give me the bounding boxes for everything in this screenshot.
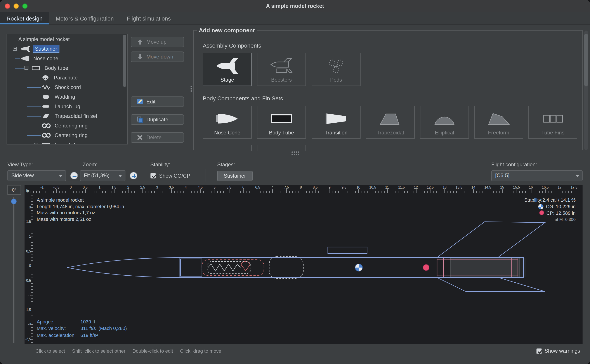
duplicate-button[interactable]: Duplicate [131, 114, 184, 125]
view-type-value: Side view [11, 172, 34, 178]
tree-item-parachute[interactable]: Parachute [7, 73, 121, 83]
move-up-button[interactable]: Move up [131, 37, 184, 47]
cg-icon [538, 204, 544, 209]
body-tube-tile-label: Body Tube [257, 130, 306, 136]
launch-lug-icon [41, 104, 50, 110]
zoom-out-button[interactable] [70, 172, 78, 179]
add-body-tube-tile[interactable]: Body Tube [257, 106, 306, 139]
parachute-symbol [241, 261, 250, 271]
transition-tile-label: Transition [312, 130, 360, 136]
tree-item-sustainer[interactable]: Sustainer [7, 44, 121, 54]
collapse-expander-icon[interactable] [13, 47, 17, 51]
tree-item-label: Centering ring [53, 122, 89, 129]
add-elliptical-fin-tile[interactable]: Elliptical [420, 106, 469, 139]
tree-item-rocket-root[interactable]: A simple model rocket [7, 34, 121, 44]
elliptical-tile-label: Elliptical [420, 130, 469, 136]
view-type-select[interactable]: Side view [7, 170, 66, 181]
chevron-down-icon [118, 175, 122, 177]
tab-rocket-design[interactable]: Rocket design [0, 12, 49, 25]
cp-icon [540, 210, 544, 215]
tab-flight-simulations[interactable]: Flight simulations [121, 12, 177, 25]
tab-motors-configuration[interactable]: Motors & Configuration [49, 12, 121, 25]
move-up-label: Move up [146, 39, 167, 45]
tube-fins-tile-label: Tube Fins [529, 130, 577, 136]
flight-configuration-value: [C6-5] [495, 172, 509, 178]
add-transition-tile[interactable]: Transition [312, 106, 361, 139]
chevron-down-icon [59, 175, 62, 177]
airframe-outline [67, 222, 545, 292]
stage-tile-label: Stage [203, 77, 251, 83]
tree-item-inner-tube[interactable]: Inner Tube [7, 140, 121, 144]
tree-item-shock-cord[interactable]: Shock cord [7, 83, 121, 92]
add-component-tile-partial[interactable] [257, 145, 306, 151]
trapezoidal-fin-icon [366, 109, 414, 128]
rotation-slider-thumb[interactable] [11, 199, 17, 204]
arrow-up-icon [137, 39, 143, 45]
zoom-in-button[interactable] [130, 172, 137, 179]
tree-item-centering-ring-1[interactable]: Centering ring [7, 121, 121, 130]
edit-label: Edit [146, 99, 155, 105]
tree-item-body-tube[interactable]: Body tube [7, 63, 121, 73]
tree-scrollbar[interactable] [123, 35, 126, 87]
add-component-tile-partial[interactable] [203, 145, 252, 151]
figure-rocket-name: A simple model rocket [37, 197, 124, 203]
shock-cord-icon [41, 84, 50, 90]
delete-button[interactable]: Delete [131, 132, 184, 143]
hint-click-drag: Click+drag to move [180, 348, 221, 353]
tree-item-centering-ring-2[interactable]: Centering ring [7, 130, 121, 140]
stage-rocket-icon [20, 46, 31, 52]
zoom-select[interactable]: Fit (51,3%) [80, 170, 125, 181]
flight-configuration-label: Flight configuration: [491, 162, 537, 168]
elliptical-fin-icon [420, 109, 469, 128]
tube-fins-icon [529, 109, 577, 128]
fin-set-icon [41, 113, 50, 119]
add-tube-fins-tile[interactable]: Tube Fins [528, 106, 577, 139]
engine-block [520, 258, 526, 277]
transition-tile-icon [312, 109, 360, 128]
tree-item-trapezoidal-fin-set[interactable]: Trapezoidal fin set [7, 111, 121, 121]
edit-button[interactable]: Edit [131, 97, 184, 107]
stability-label: Stability: [150, 162, 170, 168]
nose-cone-icon [20, 55, 29, 62]
show-warnings-label: Show warnings [544, 348, 580, 354]
centering-ring-icon [41, 123, 51, 129]
add-stage-tile[interactable]: Stage [203, 53, 252, 86]
show-warnings-checkbox[interactable] [536, 348, 542, 354]
assembly-components-heading: Assembly Components [203, 42, 261, 49]
expand-expander-icon[interactable] [34, 143, 38, 144]
move-down-button[interactable]: Move down [131, 52, 184, 62]
parachute-icon [41, 75, 49, 81]
velocity-row: Max. velocity:311 ft/s (Mach 0,280) [37, 325, 127, 332]
zoom-label: Zoom: [83, 162, 97, 168]
cg-marker [355, 264, 362, 271]
add-pods-tile[interactable]: Pods [312, 53, 361, 86]
collapse-expander-icon[interactable] [25, 66, 28, 70]
freeform-tile-label: Freeform [475, 130, 523, 136]
add-panel-scrollbar-thumb[interactable] [584, 34, 588, 86]
tree-item-wadding[interactable]: Wadding [7, 92, 121, 102]
flight-configuration-select[interactable]: [C6-5] [491, 170, 583, 181]
body-tube-tile-icon [257, 109, 306, 128]
boosters-tile-label: Boosters [257, 77, 306, 83]
toolbar-separator [205, 169, 205, 182]
rotation-slider-track[interactable] [13, 197, 14, 343]
move-down-label: Move down [146, 54, 173, 60]
vertical-ruler: -2,5-2-1,5-1-0,500,511,52 [25, 185, 33, 344]
stage-toggle-sustainer[interactable]: Sustainer [217, 171, 252, 181]
add-trapezoidal-fin-tile[interactable]: Trapezoidal [366, 106, 415, 139]
stability-value: Stability:2,4 cal / 14,1 % [524, 197, 576, 203]
show-cgcp-checkbox[interactable] [150, 173, 156, 178]
flight-summary: Apogee:1039 ft Max. velocity:311 ft/s (M… [37, 318, 127, 339]
cp-readout: CP: 12,589 in [524, 210, 576, 216]
pods-icon [312, 56, 360, 76]
horizontal-splitter-grip[interactable] [291, 151, 300, 155]
body-tube-icon [32, 65, 40, 71]
add-freeform-fin-tile[interactable]: Freeform [474, 106, 523, 139]
zoom-value: Fit (51,3%) [84, 172, 109, 178]
tree-item-nose-cone[interactable]: Nose cone [7, 54, 121, 63]
rocket-design-canvas[interactable]: -1-0,500,511,522,533,544,555,566,577,588… [24, 185, 583, 344]
add-nose-cone-tile[interactable]: Nose Cone [203, 106, 252, 139]
add-boosters-tile[interactable]: Boosters [257, 53, 306, 86]
trapezoidal-tile-label: Trapezoidal [366, 130, 414, 136]
tree-item-launch-lug[interactable]: Launch lug [7, 102, 121, 111]
